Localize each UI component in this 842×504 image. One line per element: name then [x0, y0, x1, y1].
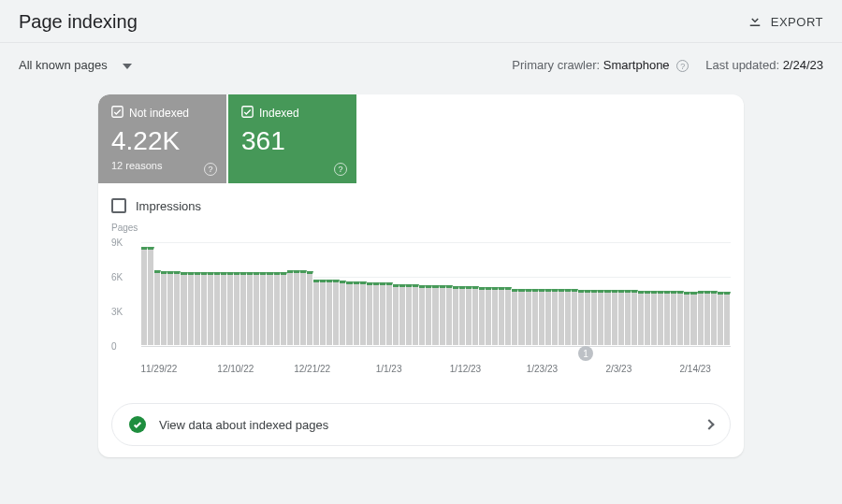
chart-bar [526, 289, 532, 345]
tile-indexed-value: 361 [241, 126, 343, 156]
chart-bar [532, 289, 539, 345]
tile-not-indexed[interactable]: Not indexed 4.22K 12 reasons ? [98, 94, 226, 183]
chart-bar [393, 284, 399, 345]
chart-bar [201, 272, 208, 345]
chart-bar [254, 272, 260, 345]
svg-rect-0 [112, 107, 123, 117]
x-tick: 1/1/23 [376, 364, 402, 374]
chevron-down-icon [123, 58, 132, 72]
x-tick: 1/23/23 [527, 364, 558, 374]
chart-bar [373, 282, 380, 345]
chart-bar [380, 282, 386, 345]
chart-bar [167, 271, 174, 345]
chart-bar [426, 285, 432, 345]
x-tick: 12/21/22 [294, 364, 330, 374]
chart-bar [658, 291, 664, 345]
chart-bar [354, 281, 360, 345]
y-axis-label: Pages [111, 223, 731, 233]
x-tick: 12/10/22 [217, 364, 254, 374]
chart-bar [690, 292, 697, 345]
chart-bar [612, 290, 618, 345]
tile-not-indexed-value: 4.22K [111, 126, 213, 156]
chart-bar [486, 287, 492, 345]
chart-bar [399, 284, 406, 345]
chart-bar [459, 286, 466, 345]
svg-rect-1 [242, 107, 253, 117]
chart-bar [632, 290, 638, 345]
chart-bar [651, 291, 658, 345]
chart-bar [664, 291, 671, 345]
chart-bar [274, 272, 281, 345]
chart-bar [327, 280, 333, 345]
chart-bar [174, 271, 181, 345]
chart-bar [440, 285, 446, 345]
check-circle-icon [129, 416, 146, 433]
page-title: Page indexing [19, 11, 138, 33]
chart-bar [578, 290, 585, 345]
download-icon [747, 12, 763, 32]
chart-bar [320, 280, 327, 345]
x-tick: 2/3/23 [605, 364, 632, 374]
chart-bar [604, 290, 611, 345]
chart-bar [154, 270, 161, 345]
chart-bar [406, 284, 413, 345]
chart-bar [512, 289, 518, 345]
chevron-right-icon [704, 419, 714, 429]
chart-bar [505, 287, 512, 345]
chart-bar [492, 287, 499, 345]
tile-indexed[interactable]: Indexed 361 ? [228, 94, 356, 183]
chart-bar [413, 284, 419, 345]
chart-bar [572, 289, 578, 345]
chart-bar [671, 291, 677, 345]
chart-bar [684, 292, 690, 345]
chart-bar [453, 286, 459, 345]
chart-bar [333, 280, 340, 345]
tile-not-indexed-label: Not indexed [129, 107, 189, 120]
chart-bar [188, 272, 195, 345]
chart-bar [419, 285, 426, 345]
chart-bar [221, 272, 227, 345]
chart-bar [294, 270, 300, 345]
x-axis: 11/29/22 12/10/22 12/21/22 1/1/23 1/12/2… [141, 364, 731, 381]
y-tick: 9K [111, 238, 123, 248]
chart-bar [472, 286, 479, 345]
chart-bar [677, 291, 684, 345]
page-filter-dropdown[interactable]: All known pages [11, 54, 139, 76]
impressions-checkbox[interactable] [111, 198, 126, 213]
chart-bar [704, 291, 711, 345]
y-tick: 0 [111, 341, 117, 352]
help-icon[interactable]: ? [334, 163, 347, 176]
checkbox-checked-icon [111, 106, 123, 121]
chart-bar [618, 290, 625, 345]
chart-bar [181, 272, 187, 345]
chart-bar [479, 287, 486, 345]
chart-bar [499, 287, 505, 345]
chart-bar [161, 271, 167, 345]
chart-bar [698, 291, 704, 345]
chart-bar [234, 272, 240, 345]
chart-bar [559, 289, 565, 345]
event-marker[interactable]: 1 [578, 346, 593, 361]
chart-bar [141, 247, 148, 345]
help-icon[interactable]: ? [676, 60, 689, 72]
chart-bar [208, 272, 214, 345]
chart-bar [724, 292, 731, 345]
view-indexed-pages-button[interactable]: View data about indexed pages [111, 403, 731, 446]
indexing-card: Not indexed 4.22K 12 reasons ? Indexed 3… [98, 94, 744, 457]
chart-bar [585, 290, 591, 345]
export-button[interactable]: EXPORT [747, 12, 823, 32]
help-icon[interactable]: ? [204, 163, 217, 176]
chart-bar [148, 247, 154, 345]
x-tick: 2/14/23 [680, 364, 711, 374]
chart-bar [227, 272, 234, 345]
tile-indexed-label: Indexed [259, 107, 299, 120]
y-tick: 6K [111, 272, 123, 282]
view-data-label: View data about indexed pages [159, 418, 328, 432]
chart-bar [247, 272, 254, 345]
chart-bar [711, 291, 718, 345]
checkbox-checked-icon [241, 106, 254, 121]
x-tick: 1/12/23 [450, 364, 481, 374]
page-filter-label: All known pages [19, 58, 108, 72]
chart-bar [260, 272, 267, 345]
chart-bar [552, 289, 559, 345]
